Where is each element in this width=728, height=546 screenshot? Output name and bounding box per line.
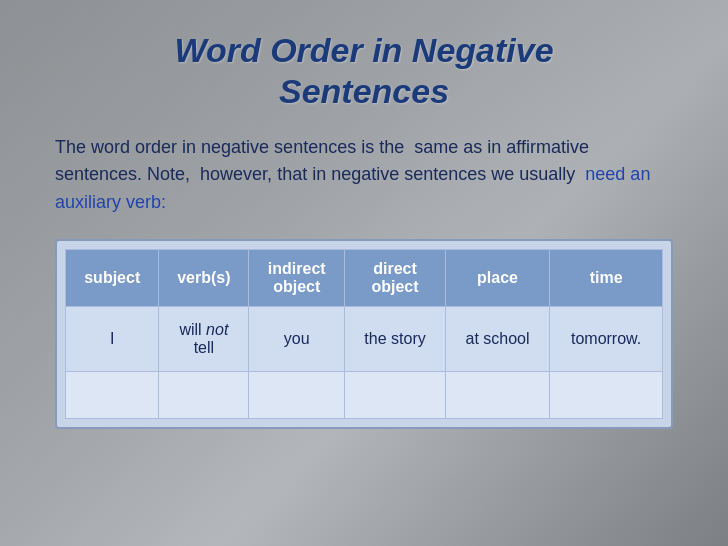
cell-empty-subject [66, 372, 159, 419]
cell-subject: I [66, 307, 159, 372]
cell-verbs: will nottell [159, 307, 249, 372]
slide-title: Word Order in Negative Sentences [55, 30, 673, 112]
col-header-direct-object: directobject [345, 250, 446, 307]
title-line1: Word Order in Negative [174, 31, 553, 69]
cell-indirect-object: you [249, 307, 345, 372]
col-header-time: time [550, 250, 663, 307]
word-order-table: subject verb(s) indirectobject directobj… [55, 239, 673, 429]
cell-empty-place [445, 372, 549, 419]
cell-empty-time [550, 372, 663, 419]
title-line2: Sentences [279, 72, 449, 110]
body-text: The word order in negative sentences is … [55, 134, 673, 218]
col-header-indirect-object: indirectobject [249, 250, 345, 307]
cell-time: tomorrow. [550, 307, 663, 372]
slide: Word Order in Negative Sentences The wor… [0, 0, 728, 546]
col-header-place: place [445, 250, 549, 307]
cell-empty-direct [345, 372, 446, 419]
col-header-subject: subject [66, 250, 159, 307]
cell-empty-verbs [159, 372, 249, 419]
cell-place: at school [445, 307, 549, 372]
table-row: I will nottell you the story at school t… [66, 307, 663, 372]
table: subject verb(s) indirectobject directobj… [65, 249, 663, 419]
table-row-empty [66, 372, 663, 419]
table-header-row: subject verb(s) indirectobject directobj… [66, 250, 663, 307]
col-header-verbs: verb(s) [159, 250, 249, 307]
cell-direct-object: the story [345, 307, 446, 372]
cell-empty-indirect [249, 372, 345, 419]
